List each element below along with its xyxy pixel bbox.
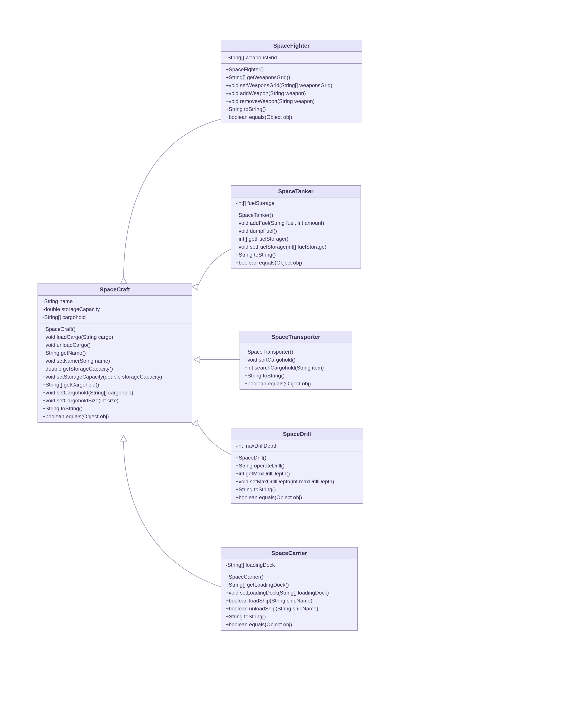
method: +String operateDrill() xyxy=(235,462,358,470)
class-spacedrill[interactable]: SpaceDrill -int maxDrillDepth +SpaceDril… xyxy=(231,428,363,504)
class-spacetransporter[interactable]: SpaceTransporter +SpaceTransporter() +vo… xyxy=(239,331,352,390)
method: +void setStorageCapacity(double storageC… xyxy=(42,373,187,381)
method: +void setLoadingDock(String[] loadingDoc… xyxy=(226,589,353,597)
edge-spacefighter-spacecraft xyxy=(124,119,221,278)
class-title: SpaceFighter xyxy=(221,40,362,52)
method: +boolean unloadShip(String shipName) xyxy=(226,605,353,613)
method: +String toString() xyxy=(42,405,187,413)
method: +String toString() xyxy=(235,251,356,259)
method: +int[] getFuelStorage() xyxy=(235,235,356,243)
method: +void dumpFuel() xyxy=(235,227,356,235)
method: +void addWeapon(String weapon) xyxy=(226,89,357,97)
method: +boolean equals(Object obj) xyxy=(226,621,353,629)
method: +boolean equals(Object obj) xyxy=(235,493,358,501)
attr: -String[] weaponsGrid xyxy=(226,54,357,62)
method: +void unloadCargo() xyxy=(42,341,187,349)
edge-spacetanker-spacecraft xyxy=(197,249,231,287)
method: +SpaceFighter() xyxy=(226,66,357,73)
method: +String[] getLoadingDock() xyxy=(226,581,353,589)
methods-section: +SpaceTransporter() +void sortCargohold(… xyxy=(240,346,352,389)
method: +double getStorageCapacity() xyxy=(42,365,187,373)
method: +String toString() xyxy=(226,613,353,621)
method: +void setName(String name) xyxy=(42,357,187,365)
methods-section: +SpaceDrill() +String operateDrill() +in… xyxy=(231,452,363,503)
class-spacetanker[interactable]: SpaceTanker -int[] fuelStorage +SpaceTan… xyxy=(231,185,361,269)
class-title: SpaceTransporter xyxy=(240,331,352,343)
method: +String toString() xyxy=(226,105,357,113)
method: +void setMaxDrillDepth(int maxDrillDepth… xyxy=(235,478,358,486)
methods-section: +SpaceTanker() +void addFuel(String fuel… xyxy=(231,209,361,268)
method: +void setCargoholdSize(int size) xyxy=(42,397,187,405)
methods-section: +SpaceFighter() +String[] getWeaponsGrid… xyxy=(221,64,362,123)
method: +SpaceTransporter() xyxy=(244,348,347,356)
class-title: SpaceCarrier xyxy=(221,548,357,559)
method: +void setWeaponsGrid(String[] weaponsGri… xyxy=(226,81,357,89)
class-spacecarrier[interactable]: SpaceCarrier -String[] loadingDock +Spac… xyxy=(221,547,358,631)
methods-section: +SpaceCraft() +void loadCargo(String car… xyxy=(38,323,192,422)
method: +int searchCargohold(String item) xyxy=(244,364,347,372)
method: +String toString() xyxy=(244,372,347,380)
method: +void removeWeapon(String weapon) xyxy=(226,97,357,105)
class-title: SpaceCraft xyxy=(38,284,192,296)
method: +boolean loadShip(String shipName) xyxy=(226,597,353,605)
attributes-section: -int[] fuelStorage xyxy=(231,197,361,209)
attr: -int maxDrillDepth xyxy=(235,442,358,450)
attributes-section: -String name -double storageCapacity -St… xyxy=(38,296,192,323)
method: +SpaceDrill() xyxy=(235,454,358,462)
method: +void loadCargo(String cargo) xyxy=(42,333,187,341)
class-spacefighter[interactable]: SpaceFighter -String[] weaponsGrid +Spac… xyxy=(221,40,362,123)
method: +SpaceCarrier() xyxy=(226,573,353,581)
attr: -double storageCapacity xyxy=(42,305,187,313)
attributes-section: -String[] loadingDock xyxy=(221,559,357,571)
method: +void setCargohold(String[] cargohold) xyxy=(42,389,187,397)
attributes-section: -int maxDrillDepth xyxy=(231,440,363,452)
methods-section: +SpaceCarrier() +String[] getLoadingDock… xyxy=(221,571,357,630)
method: +boolean equals(Object obj) xyxy=(244,380,347,388)
method: +String[] getWeaponsGrid() xyxy=(226,73,357,81)
attributes-section xyxy=(240,343,352,346)
attr: -int[] fuelStorage xyxy=(235,199,356,207)
method: +boolean equals(Object obj) xyxy=(42,413,187,420)
method: +void addFuel(String fuel, int amount) xyxy=(235,219,356,227)
method: +SpaceTanker() xyxy=(235,211,356,219)
method: +void sortCargohold() xyxy=(244,356,347,364)
method: +boolean equals(Object obj) xyxy=(235,259,356,267)
attr: -String[] loadingDock xyxy=(226,561,353,569)
method: +String toString() xyxy=(235,486,358,493)
uml-canvas: SpaceCraft -String name -double storageC… xyxy=(0,0,563,728)
class-title: SpaceDrill xyxy=(231,428,363,440)
attr: -String name xyxy=(42,297,187,305)
class-title: SpaceTanker xyxy=(231,186,361,197)
method: +String[] getCargohold() xyxy=(42,381,187,389)
method: +String getName() xyxy=(42,349,187,357)
attr: -String[] cargohold xyxy=(42,313,187,321)
method: +void setFuelStorage(int[] fuelStorage) xyxy=(235,243,356,251)
method: +SpaceCraft() xyxy=(42,325,187,333)
method: +int getMaxDrillDepth() xyxy=(235,470,358,478)
class-spacecraft[interactable]: SpaceCraft -String name -double storageC… xyxy=(38,283,192,423)
method: +boolean equals(Object obj) xyxy=(226,113,357,121)
edge-spacecarrier-spacecraft xyxy=(124,441,221,587)
attributes-section: -String[] weaponsGrid xyxy=(221,52,362,64)
edge-spacedrill-spacecraft xyxy=(197,424,231,454)
